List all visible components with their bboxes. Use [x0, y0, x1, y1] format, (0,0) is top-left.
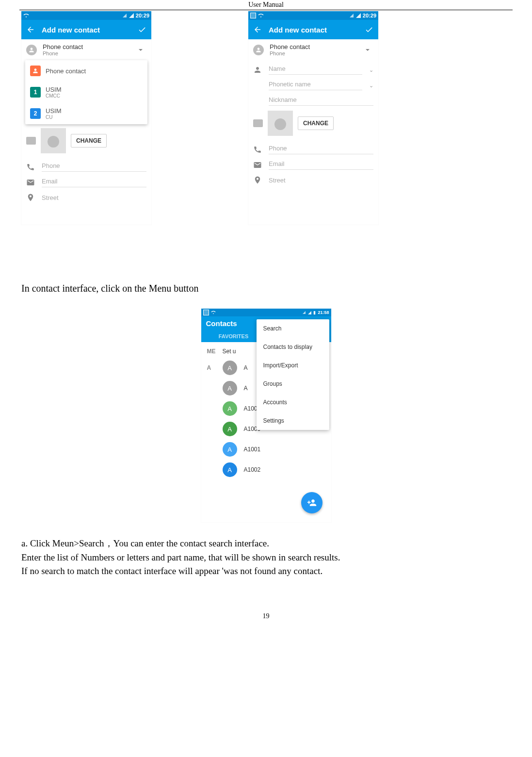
street-placeholder: Street [42, 194, 59, 201]
popup-sublabel: CMCC [46, 93, 62, 99]
screenshot-left: 20:29 Add new contact Phone contact Phon… [21, 11, 151, 225]
screenshot-contacts: ▮ 21:58 Contacts FAVORITES Search Contac… [201, 309, 331, 522]
nickname-field-row[interactable]: Nickname [248, 91, 378, 107]
menu-item-contacts-display[interactable]: Contacts to display [257, 338, 329, 356]
back-arrow-icon[interactable] [26, 25, 35, 34]
check-icon[interactable] [365, 25, 373, 34]
contact-name: A [244, 364, 248, 371]
contact-name: A1001 [244, 446, 261, 453]
battery-icon: ▮ [313, 310, 316, 315]
phone-placeholder: Phone [42, 162, 146, 169]
screenshot-icon [250, 13, 256, 18]
status-time: 21:58 [318, 310, 329, 315]
back-arrow-icon[interactable] [253, 25, 262, 34]
street-field-row[interactable]: Street [248, 171, 378, 185]
sim-icon: 1 [30, 87, 41, 98]
avatar: A [223, 381, 237, 395]
popup-label: USIM [46, 107, 62, 115]
person-icon [253, 45, 264, 55]
email-icon [253, 161, 262, 169]
line-a: a. Click Meun>Search，You can enter the c… [21, 537, 511, 551]
phone-field-row[interactable]: Phone [248, 140, 378, 155]
account-selector[interactable]: Phone contact Phone [248, 39, 378, 60]
account-sub-label: Phone [270, 50, 310, 56]
name-field-row[interactable]: Name ⌄ [248, 60, 378, 76]
signal-icon [303, 311, 306, 314]
avatar-placeholder[interactable] [41, 128, 66, 153]
person-icon [26, 45, 37, 55]
account-selector[interactable]: Phone contact Phone [21, 39, 151, 60]
status-bar: ▮ 21:58 [201, 309, 331, 316]
app-bar-title: Add new contact [42, 26, 131, 34]
app-bar-title: Add new contact [269, 26, 358, 34]
contact-name: A1002 [244, 466, 261, 473]
camera-icon[interactable] [26, 137, 36, 145]
account-popup: Phone contact 1 USIM CMCC 2 USIM CU [25, 60, 147, 124]
menu-item-groups[interactable]: Groups [257, 375, 329, 393]
doc-header: User Manual [0, 1, 532, 10]
email-field-row[interactable]: Email [248, 155, 378, 171]
avatar: A [223, 442, 237, 457]
avatar-placeholder[interactable] [268, 111, 293, 136]
page-number: 19 [0, 612, 532, 625]
sim-icon: 2 [30, 108, 41, 119]
signal-icon [129, 13, 134, 18]
email-icon [26, 178, 35, 187]
photo-row: CHANGE [21, 124, 151, 157]
avatar: A [223, 401, 237, 416]
photo-row: CHANGE [248, 107, 378, 140]
signal-icon [350, 14, 354, 17]
section-letter-a: A [207, 364, 216, 371]
fab-add-contact[interactable] [301, 492, 322, 513]
change-photo-button[interactable]: CHANGE [298, 116, 334, 130]
overflow-menu: Search Contacts to display Import/Export… [257, 319, 329, 430]
list-item[interactable]: A A1002 [201, 460, 331, 480]
change-photo-button[interactable]: CHANGE [71, 134, 107, 148]
instruction-text: In contact interface, click on the Menu … [21, 283, 511, 294]
signal-icon [308, 311, 311, 314]
section-letter-me: ME [207, 348, 216, 355]
line-b: Enter the list of Numbers or letters and… [21, 551, 511, 565]
person-icon [30, 66, 41, 76]
instruction-paragraph: a. Click Meun>Search，You can enter the c… [21, 537, 511, 578]
place-icon [253, 176, 262, 184]
dropdown-icon [139, 49, 143, 51]
wifi-icon [211, 310, 216, 315]
phonetic-field-row[interactable]: Phonetic name ⌄ [248, 76, 378, 91]
phone-icon [26, 163, 35, 171]
popup-option-usim1[interactable]: 1 USIM CMCC [25, 82, 147, 103]
dropdown-icon [366, 49, 370, 51]
check-icon[interactable] [138, 25, 146, 34]
street-field-row[interactable]: Street [21, 188, 151, 203]
email-placeholder: Email [42, 178, 146, 185]
menu-item-import-export[interactable]: Import/Export [257, 356, 329, 375]
menu-item-settings[interactable]: Settings [257, 411, 329, 430]
account-sub-label: Phone [43, 50, 83, 56]
wifi-icon [23, 13, 29, 18]
screenshot-right: 20:29 Add new contact Phone contact Phon… [248, 11, 378, 225]
avatar: A [223, 422, 237, 436]
nickname-placeholder: Nickname [269, 96, 373, 103]
account-main-label: Phone contact [43, 43, 83, 50]
list-item[interactable]: A A1001 [201, 439, 331, 460]
me-text: Set u [223, 348, 236, 355]
phone-placeholder: Phone [269, 145, 373, 152]
contact-name: A100 [244, 405, 258, 412]
menu-item-accounts[interactable]: Accounts [257, 393, 329, 411]
camera-icon[interactable] [253, 119, 263, 127]
chevron-down-icon[interactable]: ⌄ [369, 82, 373, 89]
popup-label: Phone contact [46, 67, 86, 75]
person-outline-icon [253, 66, 262, 74]
screenshot-icon [203, 310, 209, 315]
popup-option-phone[interactable]: Phone contact [25, 60, 147, 82]
popup-option-usim2[interactable]: 2 USIM CU [25, 103, 147, 124]
chevron-down-icon[interactable]: ⌄ [369, 67, 373, 73]
line-c: If no search to match the contact interf… [21, 564, 511, 578]
street-placeholder: Street [269, 177, 286, 184]
name-placeholder: Name [269, 65, 362, 72]
app-bar: Add new contact [21, 20, 151, 39]
menu-item-search[interactable]: Search [257, 319, 329, 338]
phone-field-row[interactable]: Phone [21, 157, 151, 173]
signal-icon [123, 14, 127, 17]
email-field-row[interactable]: Email [21, 173, 151, 188]
